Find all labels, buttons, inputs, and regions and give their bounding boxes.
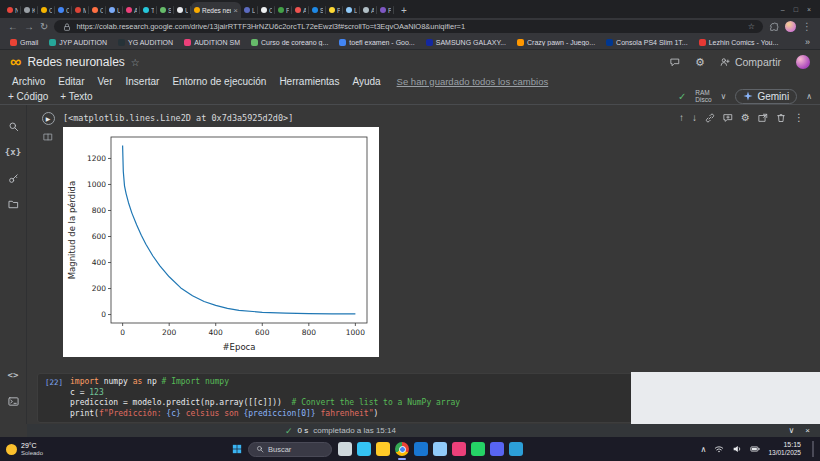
browser-tab[interactable]: Fre [275,2,292,18]
bookmark-item[interactable]: toefl examen - Goo... [339,39,414,46]
add-comment-icon[interactable] [723,113,733,123]
browser-tab[interactable]: Kh [21,2,38,18]
taskbar-search[interactable]: Buscar [248,442,332,457]
hidden-icons-chevron[interactable]: ∧ [701,445,707,454]
expand-status-icon[interactable]: ∨ [788,426,794,435]
back-icon[interactable]: ← [8,22,18,32]
code-editor[interactable]: import numpy as np # Import numpyc = 123… [70,377,656,419]
browser-tab[interactable]: Ca [38,2,55,18]
bookmarks-overflow-icon[interactable]: » [805,37,810,47]
tab-close-icon[interactable]: × [233,6,238,15]
bookmark-item[interactable]: Lezhin Comics - You... [699,39,779,46]
photos-app-icon[interactable] [452,442,466,456]
bookmark-star-icon[interactable]: ☆ [748,22,755,31]
browser-tab[interactable]: Lo [343,2,360,18]
secrets-icon[interactable] [0,165,27,191]
menu-item[interactable]: Ver [97,76,112,87]
bookmark-item[interactable]: SAMSUNG GALAXY... [426,39,506,46]
browser-tab[interactable]: Redes neuronales× [191,2,241,18]
show-desktop-strip[interactable] [812,441,814,457]
share-button[interactable]: Compartir [720,56,781,68]
bookmark-item[interactable]: Gmail [10,39,38,46]
comments-icon[interactable] [670,57,680,67]
volume-icon[interactable] [732,444,742,454]
browser-tab[interactable]: Cu [258,2,275,18]
browser-tab[interactable]: Un [174,2,191,18]
search-icon[interactable] [0,113,27,139]
browser-tab[interactable]: No [4,2,21,18]
taskbar-clock[interactable]: 15:15 13/01/2025 [768,441,801,457]
execution-count[interactable]: [22] [38,377,70,419]
browser-tab[interactable]: TA [140,2,157,18]
bookmark-item[interactable]: AUDITION SM [184,39,240,46]
menu-item[interactable]: Entorno de ejecución [172,76,266,87]
move-cell-up-icon[interactable]: ↑ [679,112,684,123]
minimize-button[interactable]: – [781,6,785,13]
menu-item[interactable]: Herramientas [279,76,339,87]
menu-item[interactable]: Editar [58,76,84,87]
browser-tab[interactable]: AF [123,2,140,18]
extensions-icon[interactable] [769,22,779,32]
move-cell-down-icon[interactable]: ↓ [692,112,697,123]
open-in-tab-icon[interactable] [758,113,768,123]
menu-item[interactable]: Archivo [12,76,45,87]
discord-app-icon[interactable] [490,442,504,456]
browser-tab[interactable]: Ap [360,2,377,18]
colab-logo-icon[interactable]: ∞ [10,54,21,70]
browser-tab[interactable]: Sa [309,2,326,18]
star-notebook-icon[interactable]: ☆ [131,57,140,68]
battery-icon[interactable] [750,444,760,454]
forward-icon[interactable]: → [24,22,34,32]
terminal-icon[interactable] [0,388,27,414]
browser-tab[interactable]: Pri [326,2,343,18]
settings-icon[interactable]: ⚙ [741,112,750,123]
bookmark-item[interactable]: JYP AUDITION [49,39,107,46]
saved-status-link[interactable]: Se han guardado todos los cambios [397,76,549,87]
file-explorer-app-icon[interactable] [376,442,390,456]
chrome-app-icon[interactable] [395,442,409,456]
files-icon[interactable] [0,191,27,217]
more-actions-icon[interactable]: ⋮ [794,112,804,123]
browser-tab[interactable]: Un [106,2,123,18]
maximize-button[interactable]: □ [794,6,798,13]
bookmark-item[interactable]: Curso de coreano g... [251,39,328,46]
browser-tab[interactable]: Mu [72,2,89,18]
copy-link-icon[interactable] [705,113,715,123]
mail-app-icon[interactable] [433,442,447,456]
gemini-button[interactable]: Gemini [735,89,797,104]
resources-indicator[interactable]: RAM Disco [695,89,711,103]
collapse-header-icon[interactable]: ∧ [806,92,812,101]
task-view-app-icon[interactable] [338,442,352,456]
run-cell-button[interactable]: ▶ [42,112,55,125]
settings-gear-icon[interactable]: ⚙ [695,56,705,69]
new-tab-button[interactable]: + [397,3,411,17]
wifi-icon[interactable] [714,444,724,454]
notebook-title[interactable]: Redes neuronales [27,55,124,69]
browser-tab[interactable]: PR [377,2,394,18]
variables-icon[interactable]: {x} [0,139,27,165]
browser-tab[interactable]: Ac [292,2,309,18]
close-status-icon[interactable]: × [805,426,810,435]
reload-icon[interactable]: ↻ [40,22,48,32]
start-button[interactable] [232,444,242,454]
browser-tab[interactable]: Co [55,2,72,18]
weather-widget[interactable]: 29°C Soleado [6,442,43,456]
whatsapp-app-icon[interactable] [471,442,485,456]
browser-tab[interactable]: Sig [157,2,174,18]
menu-item[interactable]: Ayuda [352,76,380,87]
resources-dropdown-icon[interactable]: ∨ [721,92,727,101]
profile-avatar[interactable] [785,21,796,32]
edge-app-icon[interactable] [357,442,371,456]
add-code-button[interactable]: + Código [8,91,48,102]
add-text-button[interactable]: + Texto [60,91,92,102]
account-avatar[interactable] [796,55,810,69]
browser-tab[interactable]: Lo [241,2,258,18]
close-window-button[interactable]: × [807,6,811,13]
bookmark-item[interactable]: Consola PS4 Slim 1T... [606,39,688,46]
code-snippets-icon[interactable]: <> [0,362,27,388]
expand-output-icon[interactable] [43,132,53,142]
vscode-app-icon[interactable] [509,442,523,456]
bookmark-item[interactable]: Crazy pawn - Juego... [517,39,595,46]
browser-menu-icon[interactable]: ⋮ [802,22,812,32]
store-app-icon[interactable] [414,442,428,456]
